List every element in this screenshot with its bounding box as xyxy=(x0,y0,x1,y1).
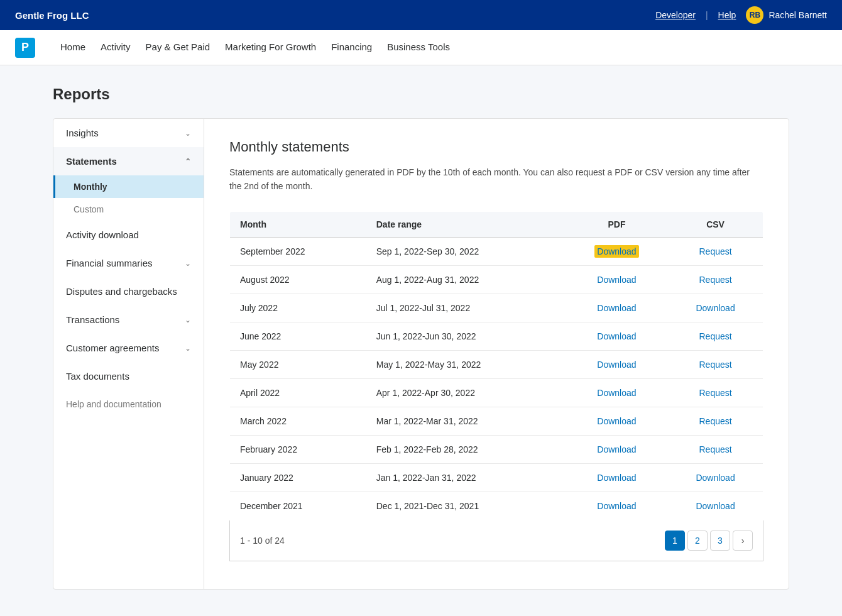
nav-activity[interactable]: Activity xyxy=(101,30,131,65)
sidebar-item-activity-download[interactable]: Activity download xyxy=(53,221,204,249)
sidebar-help[interactable]: Help and documentation xyxy=(53,390,204,418)
cell-month: September 2022 xyxy=(230,237,366,265)
page-3-button[interactable]: 3 xyxy=(710,531,730,551)
table-row: May 2022May 1, 2022-May 31, 2022Download… xyxy=(230,350,763,378)
sidebar-item-disputes[interactable]: Disputes and chargebacks xyxy=(53,277,204,305)
company-name: Gentle Frog LLC xyxy=(15,10,89,21)
sidebar-item-monthly[interactable]: Monthly xyxy=(53,175,204,198)
sidebar-item-customer[interactable]: Customer agreements ⌄ xyxy=(53,334,204,362)
cell-pdf: Download xyxy=(566,237,668,265)
layout: Insights ⌄ Statements ⌃ Monthly Custom A… xyxy=(53,118,789,590)
table-row: January 2022Jan 1, 2022-Jan 31, 2022Down… xyxy=(230,463,763,492)
nav-tools[interactable]: Business Tools xyxy=(387,30,450,65)
pdf-download-link[interactable]: Download xyxy=(597,360,636,370)
pdf-download-link[interactable]: Download xyxy=(597,331,636,341)
pdf-download-link[interactable]: Download xyxy=(597,416,636,426)
table-footer: 1 - 10 of 24 1 2 3 › xyxy=(229,520,763,561)
table-row: March 2022Mar 1, 2022-Mar 31, 2022Downlo… xyxy=(230,407,763,435)
help-link[interactable]: Help xyxy=(718,10,736,20)
sidebar-help-label: Help and documentation xyxy=(66,399,161,409)
csv-download-link[interactable]: Request xyxy=(699,275,731,285)
cell-month: June 2022 xyxy=(230,322,366,350)
cell-pdf: Download xyxy=(566,435,668,463)
cell-csv: Request xyxy=(668,435,763,463)
pdf-download-link[interactable]: Download xyxy=(597,275,636,285)
nav-links: Home Activity Pay & Get Paid Marketing F… xyxy=(60,30,450,65)
pdf-download-link[interactable]: Download xyxy=(597,303,636,313)
main-container: Reports Insights ⌄ Statements ⌃ Monthly … xyxy=(38,65,804,610)
cell-csv: Request xyxy=(668,407,763,435)
csv-download-link[interactable]: Request xyxy=(699,416,731,426)
pdf-download-link[interactable]: Download xyxy=(597,388,636,398)
chevron-down-icon-financial: ⌄ xyxy=(185,259,191,268)
csv-download-link[interactable]: Download xyxy=(696,473,735,483)
page-info: 1 - 10 of 24 xyxy=(240,536,285,546)
sidebar-item-financial[interactable]: Financial summaries ⌄ xyxy=(53,249,204,277)
cell-month: April 2022 xyxy=(230,378,366,407)
sidebar-insights-label: Insights xyxy=(66,128,99,138)
sidebar-item-transactions[interactable]: Transactions ⌄ xyxy=(53,305,204,334)
cell-pdf: Download xyxy=(566,265,668,294)
page-2-button[interactable]: 2 xyxy=(687,531,708,551)
nav-marketing[interactable]: Marketing For Growth xyxy=(225,30,316,65)
avatar: RB xyxy=(746,6,763,24)
chevron-down-icon-customer: ⌄ xyxy=(185,344,191,353)
csv-download-link[interactable]: Download xyxy=(696,501,735,511)
csv-download-link[interactable]: Request xyxy=(699,246,731,256)
next-page-button[interactable]: › xyxy=(733,531,753,551)
nav-financing[interactable]: Financing xyxy=(331,30,372,65)
table-row: August 2022Aug 1, 2022-Aug 31, 2022Downl… xyxy=(230,265,763,294)
cell-pdf: Download xyxy=(566,294,668,322)
pdf-download-link[interactable]: Download xyxy=(594,245,638,258)
sidebar-monthly-label: Monthly xyxy=(74,182,107,192)
cell-csv: Request xyxy=(668,350,763,378)
table-row: December 2021Dec 1, 2021-Dec 31, 2021Dow… xyxy=(230,492,763,520)
content-description: Statements are automatically generated i… xyxy=(229,165,763,194)
csv-download-link[interactable]: Request xyxy=(699,360,731,370)
cell-pdf: Download xyxy=(566,492,668,520)
content-area: Monthly statements Statements are automa… xyxy=(204,119,789,589)
sidebar-item-tax[interactable]: Tax documents xyxy=(53,362,204,390)
sidebar-item-insights[interactable]: Insights ⌄ xyxy=(53,119,204,147)
sidebar-activity-download-label: Activity download xyxy=(66,229,139,240)
cell-date-range: Jun 1, 2022-Jun 30, 2022 xyxy=(366,322,566,350)
sidebar-transactions-label: Transactions xyxy=(66,314,119,325)
page-title: Reports xyxy=(53,85,789,103)
cell-csv: Download xyxy=(668,294,763,322)
table-row: April 2022Apr 1, 2022-Apr 30, 2022Downlo… xyxy=(230,378,763,407)
cell-date-range: Dec 1, 2021-Dec 31, 2021 xyxy=(366,492,566,520)
user-info: RB Rachel Barnett xyxy=(746,6,827,24)
cell-pdf: Download xyxy=(566,407,668,435)
page-1-button[interactable]: 1 xyxy=(665,531,685,551)
csv-download-link[interactable]: Request xyxy=(699,388,731,398)
nav-home[interactable]: Home xyxy=(60,30,85,65)
pdf-download-link[interactable]: Download xyxy=(597,473,636,483)
col-date-range: Date range xyxy=(366,211,566,237)
col-month: Month xyxy=(230,211,366,237)
paypal-logo: P xyxy=(15,38,35,58)
csv-download-link[interactable]: Request xyxy=(699,331,731,341)
topbar-right: Developer | Help RB Rachel Barnett xyxy=(655,6,827,24)
table-row: September 2022Sep 1, 2022-Sep 30, 2022Do… xyxy=(230,237,763,265)
col-pdf: PDF xyxy=(566,211,668,237)
cell-date-range: Apr 1, 2022-Apr 30, 2022 xyxy=(366,378,566,407)
cell-month: July 2022 xyxy=(230,294,366,322)
cell-date-range: Jul 1, 2022-Jul 31, 2022 xyxy=(366,294,566,322)
sidebar-item-custom[interactable]: Custom xyxy=(53,198,204,221)
table-row: July 2022Jul 1, 2022-Jul 31, 2022Downloa… xyxy=(230,294,763,322)
cell-date-range: Jan 1, 2022-Jan 31, 2022 xyxy=(366,463,566,492)
chevron-up-icon: ⌃ xyxy=(185,157,191,166)
content-title: Monthly statements xyxy=(229,139,763,155)
pdf-download-link[interactable]: Download xyxy=(597,501,636,511)
cell-pdf: Download xyxy=(566,350,668,378)
sidebar-item-statements[interactable]: Statements ⌃ xyxy=(53,147,204,175)
nav-pay[interactable]: Pay & Get Paid xyxy=(146,30,210,65)
developer-link[interactable]: Developer xyxy=(655,10,696,20)
csv-download-link[interactable]: Download xyxy=(696,303,735,313)
cell-csv: Request xyxy=(668,378,763,407)
sidebar: Insights ⌄ Statements ⌃ Monthly Custom A… xyxy=(53,119,204,589)
pdf-download-link[interactable]: Download xyxy=(597,444,636,454)
user-name: Rachel Barnett xyxy=(768,10,827,20)
sidebar-statements-label: Statements xyxy=(66,156,117,167)
csv-download-link[interactable]: Request xyxy=(699,444,731,454)
